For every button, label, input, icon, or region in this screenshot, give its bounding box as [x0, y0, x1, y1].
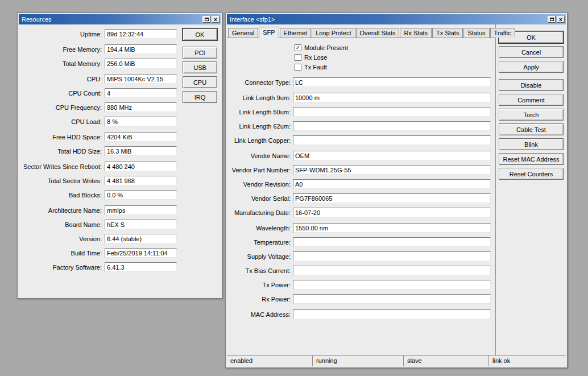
- field-row: Bad Blocks:: [23, 190, 177, 200]
- cpu-field[interactable]: [105, 74, 177, 84]
- irq-button[interactable]: IRQ: [183, 91, 217, 103]
- tx-fault-checkbox[interactable]: [295, 64, 301, 71]
- field-row: Tx Bias Current:: [229, 266, 495, 275]
- sector-writes-since-reboot-label: Sector Writes Since Reboot:: [23, 163, 105, 170]
- factory-software-field[interactable]: [105, 262, 177, 272]
- cancel-button[interactable]: Cancel: [499, 46, 564, 58]
- rx-power-label: Rx Power:: [229, 296, 293, 303]
- tab-bar: General SFP Ethernet Loop Protect Overal…: [227, 24, 495, 38]
- link-length-copper-label: Link Length Copper:: [229, 137, 293, 144]
- link-length-9um-field[interactable]: [293, 93, 491, 102]
- field-row: Link Length 50um:: [229, 107, 495, 117]
- version-field[interactable]: [105, 234, 177, 243]
- cpu-button[interactable]: CPU: [183, 76, 217, 88]
- tx-bias-current-field[interactable]: [293, 266, 491, 275]
- tab-status[interactable]: Status: [463, 28, 489, 38]
- temperature-label: Temperature:: [229, 239, 293, 246]
- sector-writes-since-reboot-field[interactable]: [105, 162, 177, 171]
- architecture-name-field[interactable]: [105, 205, 177, 215]
- vendor-serial-field[interactable]: [293, 193, 491, 203]
- interface-sfp1-window: Interface <sfp1> × General SFP Ethernet …: [225, 13, 568, 368]
- reset-counters-button[interactable]: Reset Counters: [499, 168, 564, 180]
- build-time-field[interactable]: [105, 248, 177, 258]
- tab-tx-stats[interactable]: Tx Stats: [432, 28, 463, 38]
- total-memory-field[interactable]: [105, 59, 177, 68]
- wavelength-field[interactable]: [293, 223, 491, 233]
- total-sector-writes-field[interactable]: [105, 176, 177, 185]
- board-name-field[interactable]: [105, 220, 177, 229]
- checkbox-row: Tx Fault: [295, 63, 495, 71]
- field-row: Link Length 62um:: [229, 121, 495, 131]
- link-length-copper-field[interactable]: [293, 135, 491, 145]
- vendor-part-number-field[interactable]: [293, 165, 491, 175]
- cpu-load-field[interactable]: [105, 117, 177, 126]
- field-row: Sector Writes Since Reboot:: [23, 162, 177, 171]
- link-length-62um-field[interactable]: [293, 121, 491, 131]
- module-present-checkbox[interactable]: ✓: [295, 44, 301, 51]
- tab-rx-stats[interactable]: Rx Stats: [400, 28, 432, 38]
- tab-ethernet[interactable]: Ethernet: [280, 28, 312, 38]
- resources-maximize-button[interactable]: [202, 16, 210, 23]
- cpu-frequency-field[interactable]: [105, 102, 177, 112]
- mac-address-field[interactable]: [293, 309, 491, 319]
- tab-sfp[interactable]: SFP: [259, 27, 279, 38]
- free-memory-field[interactable]: [105, 44, 177, 54]
- free-hdd-space-field[interactable]: [105, 132, 177, 142]
- usb-button[interactable]: USB: [183, 61, 217, 73]
- vendor-serial-label: Vendor Serial:: [229, 195, 293, 202]
- bad-blocks-field[interactable]: [105, 190, 177, 200]
- tx-bias-current-label: Tx Bias Current:: [229, 267, 293, 274]
- field-row: Version:: [23, 234, 177, 243]
- link-length-50um-field[interactable]: [293, 107, 491, 117]
- tab-traffic[interactable]: Traffic: [490, 28, 515, 38]
- resources-titlebar[interactable]: Resources ×: [19, 14, 221, 24]
- tab-loop-protect[interactable]: Loop Protect: [312, 28, 355, 38]
- uptime-field[interactable]: [105, 29, 177, 39]
- connector-type-field[interactable]: [293, 77, 491, 87]
- total-hdd-size-field[interactable]: [105, 146, 177, 156]
- tx-power-label: Tx Power:: [229, 282, 293, 288]
- manufacturing-date-label: Manufacturing Date:: [229, 209, 293, 216]
- field-row: Rx Power:: [229, 294, 495, 304]
- disable-button[interactable]: Disable: [499, 79, 564, 91]
- rx-lose-label: Rx Lose: [304, 54, 327, 61]
- cpu-label: CPU:: [23, 76, 105, 82]
- field-row: Temperature:: [229, 237, 495, 247]
- field-row: Free Memory:: [23, 44, 177, 54]
- interface-body: General SFP Ethernet Loop Protect Overal…: [227, 24, 566, 355]
- field-row: Tx Power:: [229, 280, 495, 290]
- resources-close-button[interactable]: ×: [212, 16, 220, 23]
- interface-close-button[interactable]: ×: [557, 16, 565, 23]
- comment-button[interactable]: Comment: [499, 94, 564, 106]
- cable-test-button[interactable]: Cable Test: [499, 123, 564, 135]
- resources-window-title: Resources: [22, 16, 201, 23]
- manufacturing-date-field[interactable]: [293, 208, 491, 217]
- supply-voltage-field[interactable]: [293, 251, 491, 261]
- vendor-name-field[interactable]: [293, 151, 491, 160]
- reset-mac-address-button[interactable]: Reset MAC Address: [499, 153, 564, 165]
- module-present-label: Module Present: [304, 44, 348, 51]
- field-row: Link Length Copper:: [229, 135, 495, 145]
- field-row: Vendor Serial:: [229, 193, 495, 203]
- interface-maximize-button[interactable]: [548, 16, 556, 23]
- cpu-count-field[interactable]: [105, 88, 177, 98]
- vendor-revision-field[interactable]: [293, 179, 491, 189]
- torch-button[interactable]: Torch: [499, 109, 564, 121]
- rx-lose-checkbox[interactable]: [295, 54, 301, 61]
- rx-power-field[interactable]: [293, 294, 491, 304]
- wavelength-label: Wavelength:: [229, 225, 293, 232]
- tab-overall-stats[interactable]: Overall Stats: [356, 28, 400, 38]
- checkbox-row: Rx Lose: [295, 53, 495, 61]
- tx-power-field[interactable]: [293, 280, 491, 290]
- field-row: Vendor Name:: [229, 151, 495, 160]
- ok-button[interactable]: OK: [183, 28, 217, 40]
- temperature-field[interactable]: [293, 237, 491, 247]
- field-row: Supply Voltage:: [229, 251, 495, 261]
- blink-button[interactable]: Blink: [499, 138, 564, 150]
- apply-button[interactable]: Apply: [499, 61, 564, 73]
- field-row: Vendor Revision:: [229, 179, 495, 189]
- tab-general[interactable]: General: [228, 28, 258, 38]
- total-hdd-size-label: Total HDD Size:: [23, 148, 105, 155]
- interface-titlebar[interactable]: Interface <sfp1> ×: [227, 14, 566, 24]
- pci-button[interactable]: PCI: [183, 47, 217, 59]
